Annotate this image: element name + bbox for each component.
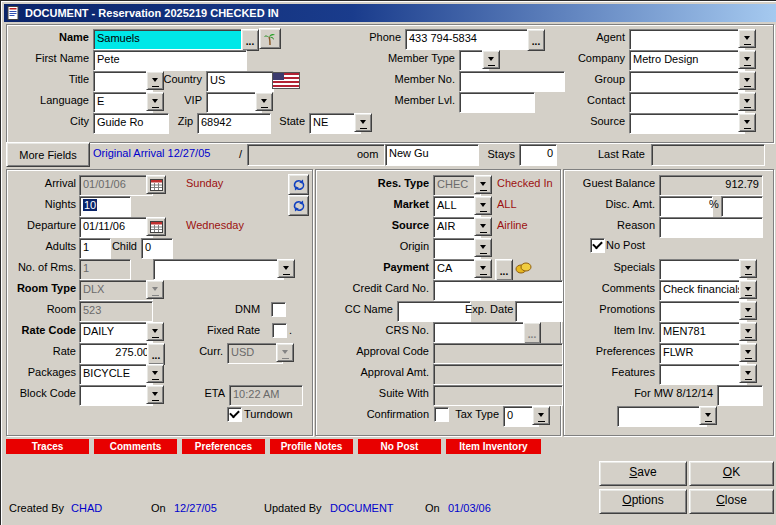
- company-input[interactable]: Metro Design: [629, 50, 745, 71]
- disc-amt-input[interactable]: [659, 196, 713, 217]
- packages-input[interactable]: BICYCLE: [79, 364, 153, 385]
- no-post-checkbox[interactable]: [590, 238, 605, 253]
- group-dropdown-button[interactable]: [738, 71, 756, 90]
- item-inv-dropdown-button[interactable]: [739, 322, 757, 341]
- title-input[interactable]: [93, 71, 153, 92]
- source-profile-dropdown-button[interactable]: [738, 113, 756, 132]
- rate-input[interactable]: 275.00: [79, 343, 153, 364]
- item-inventory-button[interactable]: Item Inventory: [446, 439, 541, 454]
- preferences-dropdown-button[interactable]: [739, 343, 757, 362]
- specials-input[interactable]: [659, 259, 747, 280]
- promotions-dropdown-button[interactable]: [739, 301, 757, 320]
- block-code-dropdown-button[interactable]: [146, 385, 164, 404]
- room-feature-dropdown-button[interactable]: [277, 259, 295, 278]
- save-button[interactable]: Save: [599, 461, 687, 486]
- dropdown-arrow-icon: [152, 287, 158, 294]
- packages-dropdown-button[interactable]: [146, 364, 164, 383]
- more-fields-button[interactable]: More Fields: [6, 142, 90, 167]
- block-code-input[interactable]: [79, 385, 153, 406]
- no-post-button[interactable]: No Post: [358, 439, 441, 454]
- dropdown-arrow-icon: [744, 78, 750, 85]
- comments-label: Comments: [567, 282, 655, 295]
- arrival-calendar-button[interactable]: [146, 175, 166, 194]
- res-type-dropdown-button[interactable]: [474, 175, 492, 194]
- rate-code-input[interactable]: DAILY: [79, 322, 153, 343]
- crs-no-input[interactable]: [433, 322, 529, 343]
- profile-notes-button[interactable]: Profile Notes: [270, 439, 353, 454]
- name-ellipsis-button[interactable]: ...: [241, 29, 259, 51]
- rate-code-dropdown-button[interactable]: [146, 322, 164, 341]
- rate-ellipsis-button[interactable]: ...: [147, 343, 165, 365]
- updated-on-value: 01/03/06: [448, 502, 491, 515]
- comments-input[interactable]: Check financials: [659, 280, 747, 301]
- calendar-icon: [150, 221, 163, 233]
- country-input[interactable]: US: [206, 71, 274, 92]
- language-input[interactable]: E: [93, 92, 153, 113]
- fixed-rate-checkbox[interactable]: [272, 323, 287, 338]
- name-input[interactable]: Samuels: [93, 29, 247, 50]
- disc-pct-input[interactable]: [721, 196, 763, 217]
- options-button[interactable]: Options: [599, 489, 687, 514]
- arrival-refresh-button[interactable]: [288, 174, 309, 195]
- dnm-checkbox[interactable]: [271, 302, 286, 317]
- child-input[interactable]: 0: [141, 238, 173, 259]
- source-profile-input[interactable]: [629, 113, 745, 134]
- room-feature-input[interactable]: [153, 259, 284, 280]
- zip-input[interactable]: 68942: [197, 113, 271, 134]
- comments-button[interactable]: Comments: [94, 439, 177, 454]
- member-lvl-input[interactable]: [459, 92, 535, 113]
- departure-input[interactable]: 01/11/06: [79, 217, 153, 238]
- vip-input[interactable]: [206, 92, 262, 113]
- for-mw-input[interactable]: [717, 385, 763, 406]
- member-no-label: Member No.: [361, 73, 455, 86]
- close-button[interactable]: Close: [689, 489, 774, 514]
- features-input[interactable]: [659, 364, 747, 385]
- nights-input[interactable]: 10: [79, 196, 131, 217]
- preferences-input[interactable]: FLWR: [659, 343, 747, 364]
- currency-label: Curr.: [195, 345, 223, 358]
- group-input[interactable]: [629, 71, 745, 92]
- phone-input[interactable]: 433 794-5834: [405, 29, 533, 50]
- state-dropdown-button[interactable]: [354, 113, 372, 132]
- payment-label: Payment: [331, 261, 429, 274]
- exp-date-input[interactable]: [515, 301, 563, 322]
- source-dropdown-button[interactable]: [474, 217, 492, 236]
- agent-dropdown-button[interactable]: [738, 29, 756, 48]
- turndown-checkbox[interactable]: [227, 407, 242, 422]
- city-input[interactable]: Guide Ro: [93, 113, 169, 134]
- traces-button[interactable]: Traces: [6, 439, 89, 454]
- vip-dropdown-button[interactable]: [255, 92, 273, 111]
- stays-input[interactable]: 0: [519, 144, 557, 166]
- contact-input[interactable]: [629, 92, 745, 113]
- origin-dropdown-button[interactable]: [474, 238, 492, 257]
- item-inv-input[interactable]: MEN781: [659, 322, 747, 343]
- calendar-icon: [150, 179, 163, 191]
- ok-button[interactable]: OK: [689, 461, 774, 486]
- payment-ellipsis-button[interactable]: ...: [495, 259, 513, 281]
- phone-ellipsis-button[interactable]: ...: [527, 29, 545, 51]
- preferences-button[interactable]: Preferences: [182, 439, 265, 454]
- market-dropdown-button[interactable]: [474, 196, 492, 215]
- confirmation-checkbox[interactable]: [434, 407, 449, 422]
- specials-dropdown-button[interactable]: [739, 259, 757, 278]
- promotions-input[interactable]: [659, 301, 747, 322]
- member-no-input[interactable]: [459, 71, 565, 92]
- profile-button[interactable]: [259, 28, 281, 49]
- dropdown-arrow-icon: [282, 350, 288, 357]
- payment-dropdown-button[interactable]: [474, 259, 492, 278]
- agent-input[interactable]: [629, 29, 745, 50]
- contact-dropdown-button[interactable]: [738, 92, 756, 111]
- tax-type-dropdown-button[interactable]: [532, 406, 550, 425]
- comments-dropdown-button[interactable]: [739, 280, 757, 299]
- features-dropdown-button[interactable]: [739, 364, 757, 383]
- credit-card-no-input[interactable]: [433, 280, 563, 301]
- extra-input[interactable]: [617, 406, 707, 427]
- extra-dropdown-button[interactable]: [699, 406, 717, 425]
- first-name-input[interactable]: Pete: [93, 50, 247, 71]
- departure-calendar-button[interactable]: [146, 217, 166, 236]
- reason-input[interactable]: [659, 217, 763, 238]
- nights-refresh-button[interactable]: [288, 195, 309, 216]
- company-dropdown-button[interactable]: [738, 50, 756, 69]
- cc-name-input[interactable]: [397, 301, 471, 322]
- member-type-dropdown-button[interactable]: [482, 50, 500, 69]
